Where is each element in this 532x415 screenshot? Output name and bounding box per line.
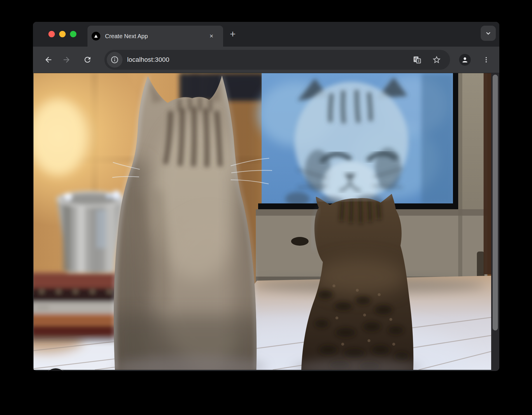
tv-power-button <box>291 237 309 246</box>
tab-create-next-app[interactable]: Create Next App × <box>88 26 223 47</box>
forward-arrow-icon <box>62 55 71 64</box>
bookmark-button[interactable] <box>430 53 443 66</box>
translate-button[interactable]: G x̄ <box>411 53 424 66</box>
translate-icon: G x̄ <box>412 55 422 64</box>
traffic-light-close-button[interactable] <box>48 31 55 37</box>
forward-button[interactable] <box>60 53 73 66</box>
nextjs-logo-icon <box>92 32 100 41</box>
scrollbar-track[interactable] <box>491 73 499 371</box>
address-bar[interactable]: localhost:3000 G x̄ <box>104 50 450 70</box>
site-info-button[interactable] <box>107 52 123 68</box>
bookmark-star-icon <box>432 55 441 64</box>
browser-toolbar: localhost:3000 G x̄ <box>33 47 499 73</box>
traffic-light-minimize-button[interactable] <box>59 31 66 37</box>
avatar-person-icon <box>461 56 469 64</box>
back-button[interactable] <box>42 53 55 66</box>
three-dot-menu-icon <box>482 56 490 64</box>
new-tab-button[interactable]: + <box>226 28 239 41</box>
browser-menu-button[interactable] <box>480 53 493 66</box>
page-viewport: N <box>33 73 499 371</box>
scrollbar-thumb[interactable] <box>493 75 498 330</box>
metal-cup <box>56 191 125 273</box>
traffic-light-zoom-button[interactable] <box>70 31 76 37</box>
cats-watching-tv-photo: N <box>34 73 491 370</box>
svg-text:x̄: x̄ <box>418 59 419 63</box>
tab-title: Create Next App <box>105 26 148 47</box>
reload-button[interactable] <box>81 53 94 66</box>
chevron-down-icon <box>484 29 492 37</box>
photo-illustration <box>34 73 491 370</box>
reload-icon <box>83 55 92 64</box>
right-shadow-strip <box>484 73 491 274</box>
tab-strip: Create Next App × + <box>33 22 499 47</box>
tab-close-button[interactable]: × <box>207 32 216 41</box>
tab-search-button[interactable] <box>481 26 496 41</box>
profile-button[interactable] <box>459 54 471 66</box>
tv-screen <box>258 73 454 210</box>
desktop-background: Create Next App × + <box>0 0 532 415</box>
browser-window: Create Next App × + <box>33 22 499 371</box>
back-arrow-icon <box>44 55 53 64</box>
info-icon <box>110 55 119 64</box>
url-text: localhost:3000 <box>127 50 169 70</box>
